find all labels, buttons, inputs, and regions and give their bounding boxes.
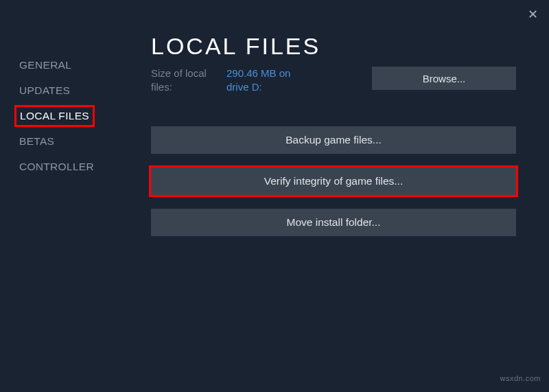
sidebar-item-betas[interactable]: BETAS <box>19 135 54 148</box>
main-panel: LOCAL FILES Size of local files: 290.46 … <box>137 5 549 392</box>
sidebar-item-controller[interactable]: CONTROLLER <box>19 161 94 173</box>
verify-integrity-button[interactable]: Verify integrity of game files... <box>151 168 516 195</box>
backup-game-files-button[interactable]: Backup game files... <box>151 126 516 154</box>
install-info-row: Size of local files: 290.46 MB on drive … <box>151 67 516 95</box>
size-label-line1: Size of local <box>151 67 207 79</box>
sidebar-item-updates[interactable]: UPDATES <box>19 84 70 97</box>
browse-button[interactable]: Browse... <box>372 67 516 90</box>
sidebar-item-general[interactable]: GENERAL <box>19 59 71 71</box>
move-install-folder-button[interactable]: Move install folder... <box>151 209 516 236</box>
size-value: 290.46 MB on drive D: <box>226 67 316 95</box>
watermark-text: wsxdn.com <box>500 374 541 382</box>
content-area: GENERAL UPDATES LOCAL FILES BETAS CONTRO… <box>0 5 549 392</box>
sidebar: GENERAL UPDATES LOCAL FILES BETAS CONTRO… <box>0 5 137 392</box>
properties-window: ✕ GENERAL UPDATES LOCAL FILES BETAS CONT… <box>0 0 549 392</box>
size-value-line1: 290.46 MB on <box>226 67 290 79</box>
close-icon[interactable]: ✕ <box>528 7 538 22</box>
sidebar-item-local-files[interactable]: LOCAL FILES <box>19 110 90 122</box>
size-label-line2: files: <box>151 81 172 93</box>
size-label: Size of local files: <box>151 67 217 95</box>
size-value-line2: drive D: <box>226 81 262 93</box>
page-title: LOCAL FILES <box>151 33 516 60</box>
